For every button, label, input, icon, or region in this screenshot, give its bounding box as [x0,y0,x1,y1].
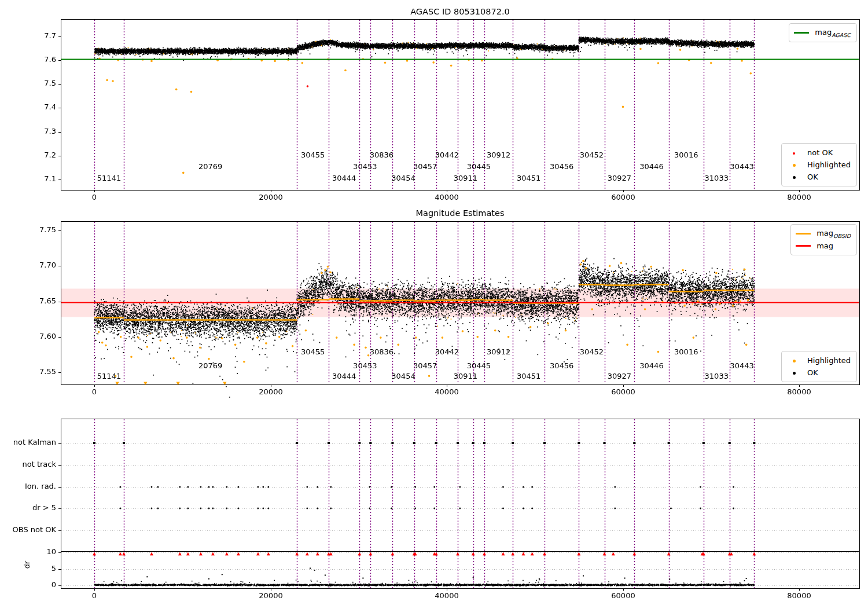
top-obsid-annotation: 51141 [97,174,122,182]
legend-middle-lines: magOBSID mag [790,224,857,255]
top-ytick-label: 7.1 [16,174,56,183]
marker-swatch-wrap [786,160,801,169]
bottom-category-label: Ion. rad. [3,482,56,490]
legend-label: not OK [807,148,833,157]
figure: AGASC ID 805310872.0 Magnitude Estimates… [0,0,868,608]
top-xtick-label: 0 [71,193,117,202]
legend-top-markers: not OK Highlighted OK [781,143,857,186]
top-obsid-annotation: 30456 [549,162,575,171]
legend-middle-markers: Highlighted OK [781,351,857,382]
top-xtick-label: 20000 [248,193,294,202]
bottom-xtick-label: 0 [71,591,117,600]
middle-obsid-annotation: 30451 [516,372,542,380]
marker-swatch-wrap [786,148,801,157]
bottom-xtick-label: 80000 [776,591,822,600]
marker-swatch-wrap [786,368,801,377]
middle-obsid-annotation: 31033 [704,372,729,380]
bottom-xtick-label: 60000 [600,591,646,600]
highlighted-marker-swatch [793,360,796,362]
middle-obsid-annotation: 30927 [606,372,632,380]
bottom-xtick-label: 20000 [248,591,294,600]
top-obsid-annotation: 30445 [466,162,491,171]
bottom-category-label: not track [3,460,56,468]
top-ytick-label: 7.4 [16,102,56,111]
middle-obsid-annotation: 30455 [300,347,326,356]
mag-line-swatch [796,245,811,247]
middle-obsid-annotation: 30016 [674,347,699,356]
legend-label: Highlighted [807,160,851,169]
legend-row: not OK [786,146,851,159]
middle-ytick-label: 7.55 [16,367,56,376]
middle-xtick-label: 0 [71,387,117,396]
bottom-dr-tick-label: 5 [3,564,56,573]
top-obsid-annotation: 30454 [391,174,416,182]
middle-obsid-annotation: 30452 [579,347,604,356]
top-obsid-annotation: 30443 [729,162,755,171]
top-plot-title: AGASC ID 805310872.0 [61,7,859,16]
bottom-dr-tick-label: 10 [3,547,56,556]
top-obsid-annotation: 30453 [352,162,378,171]
middle-obsid-annotation: 30456 [549,361,575,370]
top-obsid-annotation: 30451 [516,174,542,182]
top-ytick-label: 7.6 [16,55,56,64]
bottom-xtick-label: 40000 [424,591,470,600]
top-ytick-label: 7.5 [16,79,56,87]
legend-row: mag [796,240,851,252]
middle-xtick-label: 80000 [776,387,822,396]
top-ytick-label: 7.2 [16,151,56,159]
middle-obsid-annotation: 30912 [486,347,512,356]
legend-row: Highlighted [786,159,851,171]
middle-obsid-annotation: 30453 [352,361,378,370]
middle-obsid-annotation: 30442 [434,347,459,356]
bottom-category-label: OBS not OK [3,525,56,534]
top-obsid-annotation: 30912 [486,151,512,159]
middle-plot-title: Magnitude Estimates [61,208,859,218]
highlighted-marker-swatch [793,164,796,167]
top-obsid-annotation: 30444 [332,174,357,182]
legend-label: OK [807,173,818,181]
legend-label: Highlighted [807,356,851,365]
legend-row: OK [786,171,851,183]
legend-label: OK [807,368,818,377]
middle-obsid-annotation: 30836 [369,347,394,356]
middle-ytick-label: 7.60 [16,332,56,340]
top-obsid-annotation: 30446 [639,162,664,171]
middle-obsid-annotation: 30444 [332,372,357,380]
bottom-category-label: not Kalman [3,438,56,446]
top-obsid-annotation: 30927 [606,174,632,182]
top-ytick-label: 7.7 [16,31,56,40]
top-obsid-annotation: 30836 [369,151,394,159]
ok-marker-swatch [793,176,796,179]
top-obsid-annotation: 30016 [674,151,699,159]
middle-obsid-annotation: 30457 [413,361,438,370]
middle-ytick-label: 7.75 [16,225,56,234]
marker-swatch-wrap [786,356,801,365]
marker-swatch-wrap [786,173,801,181]
legend-label: magOBSID [816,229,851,239]
legend-label: magAGASC [815,28,851,38]
top-obsid-annotation: 30457 [413,162,438,171]
legend-label: mag [816,241,833,250]
middle-xtick-label: 20000 [248,387,294,396]
middle-ytick-label: 7.70 [16,261,56,269]
bottom-dr-tick-label: 0 [3,580,56,589]
ok-marker-swatch [793,372,796,375]
top-xtick-label: 60000 [600,193,646,202]
mag-obsid-line-swatch [796,233,811,235]
middle-obsid-annotation: 20769 [198,361,223,370]
middle-obsid-annotation: 30445 [466,361,491,370]
middle-obsid-annotation: 30454 [391,372,416,380]
not-ok-marker-swatch [793,152,795,155]
top-obsid-annotation: 30452 [579,151,604,159]
legend-row: Highlighted [786,354,851,367]
top-obsid-annotation: 30911 [453,174,478,182]
middle-xtick-label: 40000 [424,387,470,396]
top-ytick-label: 7.3 [16,127,56,135]
middle-ytick-label: 7.65 [16,296,56,305]
legend-row: magAGASC [794,27,851,39]
middle-obsid-annotation: 51141 [97,372,122,380]
mag-agasc-line-swatch [794,32,809,34]
top-obsid-annotation: 20769 [198,162,223,171]
chart-canvas [0,0,868,608]
legend-mag-agasc: magAGASC [789,23,857,42]
